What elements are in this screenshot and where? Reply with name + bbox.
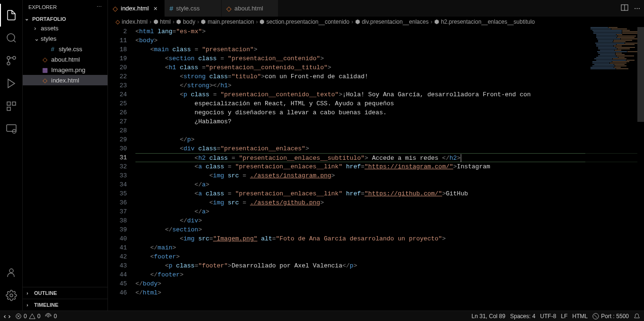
breadcrumb-separator: › xyxy=(430,18,432,25)
tab-label: style.css xyxy=(176,5,200,12)
file-name: about.html xyxy=(51,56,80,63)
svg-rect-8 xyxy=(7,107,10,110)
remote-explorer-icon[interactable] xyxy=(0,118,23,140)
chevron-right-icon: › xyxy=(27,290,32,296)
search-icon[interactable] xyxy=(0,27,23,49)
breadcrumb-separator: › xyxy=(150,18,152,25)
language-mode[interactable]: HTML xyxy=(572,313,588,320)
file-name: styles xyxy=(41,35,56,42)
breadcrumb-item[interactable]: ⬢div.presentacion__enlaces xyxy=(355,18,429,25)
folder-item[interactable]: ›assets xyxy=(23,23,107,33)
svg-point-18 xyxy=(48,315,50,317)
svg-line-20 xyxy=(594,314,598,318)
chevron-icon: › xyxy=(34,25,41,32)
css-icon: # xyxy=(48,46,57,53)
code-editor[interactable]: 2111819202223242526272829303132333435363… xyxy=(108,27,644,311)
html-icon: ◇ xyxy=(226,5,232,12)
accounts-icon[interactable] xyxy=(0,261,23,284)
file-item[interactable]: ◇about.html xyxy=(23,54,107,64)
breadcrumb-separator: › xyxy=(172,18,174,25)
status-bar: 0 0 0 Ln 31, Col 89 Spaces: 4 UTF-8 LF H… xyxy=(0,311,644,321)
tag-icon: ⬢ xyxy=(201,18,206,25)
breadcrumb-item[interactable]: ⬢h2.presentacion__enlaces__subtitulo xyxy=(434,18,535,25)
svg-rect-6 xyxy=(7,102,10,105)
file-item[interactable]: ◇index.html xyxy=(23,75,107,85)
chevron-icon: ⌄ xyxy=(34,35,41,42)
scrollbar-vertical[interactable] xyxy=(637,27,644,311)
encoding[interactable]: UTF-8 xyxy=(540,313,556,320)
breadcrumb-item[interactable]: ◇index.html xyxy=(116,18,148,25)
svg-point-12 xyxy=(10,294,13,297)
remote-indicator[interactable] xyxy=(4,313,10,320)
img-icon: ▦ xyxy=(41,66,49,73)
activity-bar xyxy=(0,0,23,311)
port-status[interactable]: 0 xyxy=(45,313,57,320)
editor-more-icon[interactable]: ⋯ xyxy=(634,5,640,12)
svg-point-0 xyxy=(7,34,15,41)
file-item[interactable]: #style.css xyxy=(23,44,107,54)
sidebar-header: EXPLORER ⋯ xyxy=(23,0,107,14)
editor-tab[interactable]: ◇index.html× xyxy=(108,0,165,17)
svg-rect-9 xyxy=(7,125,16,131)
settings-icon[interactable] xyxy=(0,284,23,307)
folder-item[interactable]: ⌄styles xyxy=(23,33,107,44)
svg-rect-7 xyxy=(12,102,16,105)
outline-label: OUTLINE xyxy=(34,290,57,296)
breadcrumb-item[interactable]: ⬢section.presentacion__contenido xyxy=(259,18,349,25)
file-name: Imagem.png xyxy=(51,66,85,73)
breadcrumbs[interactable]: ◇index.html›⬢html›⬢body›⬢main.presentaci… xyxy=(108,17,644,27)
outline-section[interactable]: › OUTLINE xyxy=(25,289,106,297)
breadcrumb-separator: › xyxy=(197,18,199,25)
file-name: index.html xyxy=(51,77,79,84)
tag-icon: ⬢ xyxy=(355,18,360,25)
split-editor-icon[interactable] xyxy=(621,4,628,13)
live-server-port[interactable]: Port : 5500 xyxy=(592,313,629,320)
breadcrumb-item[interactable]: ⬢body xyxy=(176,18,195,25)
breadcrumb-item[interactable]: ⬢html xyxy=(153,18,171,25)
file-item[interactable]: ▦Imagem.png xyxy=(23,64,107,75)
editor-tab[interactable]: ◇about.html xyxy=(222,0,278,17)
editor-tab[interactable]: #style.css xyxy=(165,0,222,17)
tag-icon: ⬢ xyxy=(259,18,264,25)
notifications-icon[interactable] xyxy=(634,313,640,320)
file-name: assets xyxy=(41,25,59,32)
html-icon: ◇ xyxy=(113,5,118,12)
sidebar-title: EXPLORER xyxy=(28,4,57,10)
line-number-gutter: 2111819202223242526272829303132333435363… xyxy=(108,27,135,311)
run-debug-icon[interactable] xyxy=(0,72,23,95)
html-icon: ◇ xyxy=(116,18,120,25)
eol[interactable]: LF xyxy=(561,313,568,320)
svg-point-11 xyxy=(9,269,13,273)
chevron-right-icon: › xyxy=(27,302,32,308)
minimap[interactable] xyxy=(585,27,637,217)
editor-area: ◇index.html×#style.css◇about.html ⋯ ◇ind… xyxy=(108,0,644,311)
svg-line-1 xyxy=(13,40,15,42)
tag-icon: ⬢ xyxy=(153,18,158,25)
tab-bar: ◇index.html×#style.css◇about.html ⋯ xyxy=(108,0,644,17)
scrollbar-thumb[interactable] xyxy=(637,27,644,122)
sidebar-more-icon[interactable]: ⋯ xyxy=(97,4,102,10)
explorer-icon[interactable] xyxy=(0,4,23,27)
timeline-section[interactable]: › TIMELINE xyxy=(25,301,106,309)
svg-marker-5 xyxy=(8,79,15,88)
breadcrumb-separator: › xyxy=(256,18,258,25)
project-name: PORTAFOLIO xyxy=(32,16,66,22)
errors-warnings[interactable]: 0 0 xyxy=(15,313,40,320)
svg-point-3 xyxy=(7,62,10,65)
svg-point-2 xyxy=(13,56,16,59)
tag-icon: ⬢ xyxy=(434,18,439,25)
source-control-icon[interactable] xyxy=(0,49,23,72)
code-content[interactable]: <html lang="es-mx"><body> <main class = … xyxy=(135,27,644,311)
project-root[interactable]: ⌄ PORTAFOLIO xyxy=(23,15,107,23)
tab-label: index.html xyxy=(121,5,149,12)
html-icon: ◇ xyxy=(41,77,49,84)
file-name: style.css xyxy=(59,46,82,53)
indentation[interactable]: Spaces: 4 xyxy=(510,313,535,320)
breadcrumb-item[interactable]: ⬢main.presentacion xyxy=(201,18,254,25)
html-icon: ◇ xyxy=(41,56,49,63)
css-icon: # xyxy=(170,5,173,12)
close-icon[interactable]: × xyxy=(153,5,157,12)
sidebar: EXPLORER ⋯ ⌄ PORTAFOLIO ›assets⌄styles#s… xyxy=(23,0,108,311)
cursor-position[interactable]: Ln 31, Col 89 xyxy=(472,313,505,320)
extensions-icon[interactable] xyxy=(0,95,23,118)
